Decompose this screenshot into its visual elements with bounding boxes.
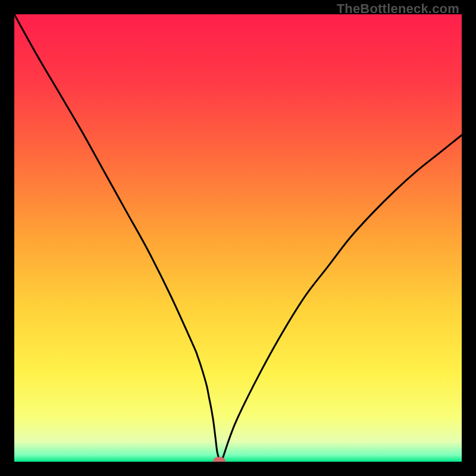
plot-area (14, 14, 462, 462)
chart-frame: TheBottleneck.com (0, 0, 476, 476)
bottleneck-chart (14, 14, 462, 462)
gradient-background (14, 14, 462, 462)
